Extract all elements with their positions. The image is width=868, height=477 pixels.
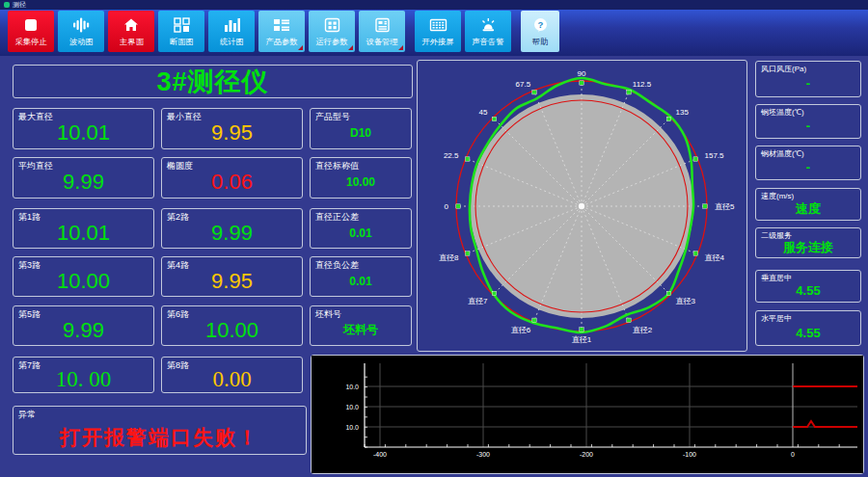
cell-value: 0.00	[162, 366, 302, 392]
cell-value: 10.01	[14, 218, 153, 248]
axis-marker	[627, 318, 631, 322]
svg-text:10.0: 10.0	[345, 404, 359, 411]
status-value: 4.55	[756, 279, 860, 302]
center-point	[579, 203, 584, 209]
status-value: 4.55	[756, 320, 860, 345]
toolbar-button-label: 产品参数	[265, 37, 297, 48]
axis-label: 直径2	[633, 326, 653, 334]
measure-cell-第8路: 第8路0.00	[161, 357, 303, 393]
axis-label: 直径7	[468, 297, 488, 305]
toolbar-button-label: 主界面	[120, 37, 144, 48]
measure-cell-坯料号: 坯料号坯料号	[310, 305, 412, 346]
toolbar-button-7[interactable]: 运行参数	[309, 11, 355, 52]
toolbar-button-3[interactable]: 主界面	[108, 11, 154, 52]
toolbar-button-label: 波动图	[69, 37, 94, 48]
status-cell-钢材温度(℃): 钢材温度(℃)-	[755, 146, 861, 180]
toolbar-button-label: 开外接屏	[421, 37, 453, 48]
cell-value: 坯料号	[311, 315, 411, 345]
axis-label: 直径4	[705, 253, 725, 262]
toolbar-button-1[interactable]: 采集停止	[8, 11, 54, 52]
cell-value: 9.99	[14, 167, 153, 198]
cell-value: 9.95	[162, 266, 302, 296]
app-icon	[4, 2, 10, 8]
dropdown-arrow-icon	[398, 45, 403, 50]
stats-icon	[224, 15, 240, 34]
axis-marker	[466, 252, 470, 255]
measure-cell-第4路: 第4路9.95	[161, 256, 303, 297]
axis-label: 直径5	[715, 202, 735, 211]
status-value: -	[756, 114, 860, 138]
cell-value: 9.99	[162, 218, 302, 248]
measure-cell-第5路: 第5路9.99	[13, 305, 154, 346]
cell-value: 0.06	[162, 167, 302, 198]
status-cell-水平居中: 水平居中4.55	[755, 310, 861, 346]
measure-cell-第3路: 第3路10.00	[13, 256, 154, 297]
toolbar-button-5[interactable]: 统计图	[208, 11, 255, 52]
cell-value: 10.00	[14, 266, 153, 296]
cell-value: 0.01	[311, 266, 411, 296]
trend-chart-panel: 10.010.010.0-400-300-200-1000	[311, 355, 864, 474]
status-cell-风口风压(Pa): 风口风压(Pa)-	[755, 61, 861, 97]
svg-text:?: ?	[537, 18, 543, 29]
svg-text:10.0: 10.0	[345, 424, 359, 431]
measure-cell-最大直径: 最大直径10.01	[13, 108, 154, 149]
toolbar-button-9[interactable]: 开外接屏	[415, 11, 461, 52]
waveform-icon	[72, 15, 90, 34]
external-screen-icon	[429, 15, 448, 34]
measure-cell-直径正公差: 直径正公差0.01	[310, 208, 412, 249]
status-cell-速度(m/s): 速度(m/s)速度	[755, 188, 861, 221]
toolbar-button-label: 帮助	[532, 37, 549, 48]
axis-label: 135	[676, 108, 690, 117]
toolbar-button-10[interactable]: 声音告警	[465, 11, 511, 52]
measure-cell-产品型号: 产品型号D10	[310, 108, 412, 149]
stop-icon	[23, 15, 39, 34]
toolbar-button-label: 设备管理	[366, 37, 397, 48]
axis-label: 直径3	[676, 297, 696, 305]
status-value: -	[756, 155, 860, 179]
axis-label: 22.5	[444, 151, 459, 160]
section-view-icon	[174, 15, 190, 34]
dropdown-arrow-icon	[298, 45, 303, 50]
alarm-message: 打开报警端口失败！	[14, 421, 306, 454]
toolbar-button-label: 断面图	[170, 37, 194, 48]
svg-text:-400: -400	[373, 451, 387, 458]
toolbar-button-label: 声音告警	[472, 37, 503, 48]
trend-chart: 10.010.010.0-400-300-200-1000	[312, 356, 863, 473]
title-bar: 测径	[0, 0, 868, 10]
toolbar-button-11[interactable]: ?帮助	[521, 11, 559, 52]
alarm-panel: 异常 打开报警端口失败！	[13, 406, 307, 455]
axis-label: 90	[578, 69, 586, 78]
measure-cell-椭圆度: 椭圆度0.06	[161, 157, 303, 199]
axis-label: 112.5	[633, 80, 652, 89]
toolbar-button-label: 运行参数	[315, 37, 347, 48]
cell-value: D10	[311, 118, 411, 148]
cell-value: 9.95	[162, 118, 302, 148]
axis-marker	[666, 117, 670, 120]
svg-text:-100: -100	[683, 451, 696, 458]
measure-cell-第1路: 第1路10.01	[13, 208, 154, 249]
axis-marker	[693, 252, 697, 255]
help-icon: ?	[532, 15, 549, 34]
toolbar-button-4[interactable]: 断面图	[158, 11, 204, 52]
toolbar-button-6[interactable]: 产品参数	[258, 11, 305, 52]
svg-text:-200: -200	[580, 451, 593, 458]
status-cell-垂直居中: 垂直居中4.55	[755, 270, 861, 303]
svg-text:0: 0	[791, 451, 795, 458]
cell-value: 9.99	[14, 315, 153, 345]
device-mgmt-icon	[374, 15, 391, 34]
device-title: 3#测径仪	[156, 65, 268, 99]
home-icon	[123, 15, 139, 34]
toolbar-button-2[interactable]: 波动图	[58, 11, 104, 52]
toolbar-button-8[interactable]: 设备管理	[359, 11, 405, 52]
measure-cell-平均直径: 平均直径9.99	[13, 157, 154, 199]
toolbar-button-label: 采集停止	[14, 37, 46, 48]
cell-value: 10.00	[162, 315, 302, 345]
axis-marker	[456, 204, 460, 208]
toolbar-button-label: 统计图	[220, 37, 244, 48]
axis-marker	[492, 291, 496, 295]
window-title: 测径	[13, 0, 26, 10]
product-params-icon	[273, 15, 290, 34]
cell-value: 10. 00	[14, 366, 153, 392]
svg-text:10.0: 10.0	[345, 384, 359, 390]
measure-cell-第2路: 第2路9.99	[161, 208, 303, 249]
